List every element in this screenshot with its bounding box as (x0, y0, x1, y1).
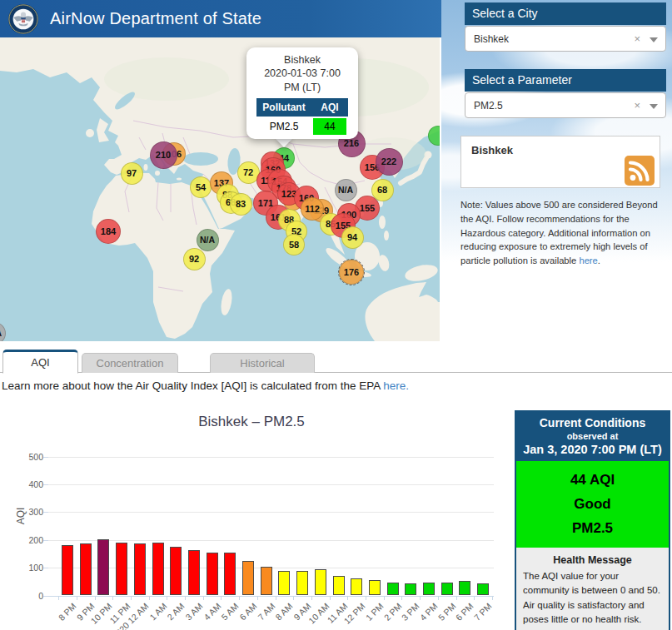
world-aqi-map[interactable]: 97106210184N/A92541378868837244132160115… (0, 37, 440, 341)
aqi-bar[interactable] (170, 547, 182, 595)
city-clear-icon[interactable]: × (634, 32, 640, 45)
aqi-bar[interactable] (80, 543, 92, 595)
x-axis-tick (366, 596, 366, 600)
aqi-bar[interactable] (423, 583, 435, 596)
map-marker[interactable]: 176 (339, 260, 364, 285)
y-axis-tick-label: 0 (15, 591, 43, 601)
x-axis-tick (95, 596, 96, 600)
aqi-bar[interactable] (62, 545, 73, 595)
y-axis-tick-label: 500 (15, 452, 43, 462)
aqi-bar[interactable] (207, 553, 218, 595)
x-axis-tick (257, 596, 258, 600)
current-conditions-header: Current Conditions observed at Jan 3, 20… (516, 412, 669, 461)
aqi-bar[interactable] (405, 583, 416, 595)
parameter-select[interactable]: PM2.5 × (465, 92, 666, 118)
note-text-body: Note: Values above 500 are considered Be… (460, 200, 658, 265)
marker-value: N/A (0, 328, 2, 338)
health-message-title: Health Message (523, 554, 662, 566)
popup-col-pollutant: Pollutant (256, 98, 311, 117)
aqi-bar[interactable] (116, 543, 127, 595)
x-axis-line (48, 596, 494, 597)
map-marker[interactable]: 97 (121, 162, 143, 185)
health-message-text: The AQI value for your community is betw… (523, 569, 662, 627)
x-axis-tick (492, 596, 493, 600)
aqi-bar[interactable] (188, 550, 200, 596)
current-conditions-panel: Current Conditions observed at Jan 3, 20… (515, 410, 670, 630)
learn-more-here-link[interactable]: here. (383, 379, 409, 392)
x-axis-tick (456, 596, 457, 600)
aqi-bar[interactable] (315, 569, 326, 595)
map-marker[interactable]: 58 (283, 234, 305, 255)
tab-aqi[interactable]: AQI (2, 350, 78, 374)
health-message-block: Health Message The AQI value for your co… (516, 548, 669, 630)
x-axis-tick (112, 596, 113, 600)
marker-value: 54 (196, 182, 206, 192)
rss-icon[interactable] (625, 156, 655, 186)
note-here-link[interactable]: here (579, 255, 597, 265)
aqi-bar[interactable] (97, 539, 109, 596)
select-city-header: Select a City (465, 2, 666, 25)
popup-title: Bishkek 2020-01-03 7:00 PM (LT) (246, 53, 358, 94)
aqi-bar[interactable] (477, 583, 489, 596)
x-axis-tick (203, 596, 204, 600)
x-axis-tick (474, 596, 475, 600)
aqi-bar[interactable] (242, 561, 254, 595)
x-axis-tick (330, 596, 331, 600)
y-axis-tick-label: 400 (15, 479, 43, 489)
x-axis-tick (58, 596, 59, 600)
marker-value: 176 (344, 267, 359, 277)
x-axis-tick (347, 596, 348, 600)
x-axis-tick (311, 596, 312, 600)
x-axis-tick (221, 596, 222, 600)
x-axis-tick (185, 596, 186, 600)
tab-historical[interactable]: Historical (210, 353, 315, 373)
chevron-down-icon[interactable] (650, 37, 658, 42)
aqi-bar[interactable] (224, 553, 236, 595)
aqi-bar[interactable] (369, 580, 381, 595)
map-marker[interactable]: 112 (301, 197, 324, 221)
y-axis-tick (43, 457, 48, 458)
chart-title: Bishkek – PM2.5 (0, 414, 503, 430)
x-axis-tick (77, 596, 77, 600)
aqi-bar[interactable] (296, 571, 308, 595)
map-marker[interactable]: N/A (197, 229, 219, 251)
rss-city-label: Bishkek (471, 144, 513, 156)
parameter-select-value: PM2.5 (474, 100, 503, 112)
learn-more-text: Learn more about how the Air Quality Ind… (2, 379, 409, 392)
city-select[interactable]: Bishkek × (465, 26, 666, 52)
map-marker[interactable]: 92 (183, 248, 206, 270)
map-marker[interactable]: 222 (376, 148, 403, 176)
map-marker[interactable]: 94 (341, 226, 364, 249)
note-text: Note: Values above 500 are considered Be… (460, 198, 672, 268)
map-marker[interactable]: 210 (150, 141, 177, 169)
aqi-bar[interactable] (261, 567, 272, 595)
aqi-bar[interactable] (152, 543, 164, 595)
y-axis-tick (43, 540, 48, 541)
aqi-bar[interactable] (134, 543, 146, 595)
y-axis-tick-label: 200 (15, 535, 43, 545)
parameter-clear-icon[interactable]: × (634, 99, 640, 112)
aqi-bar[interactable] (351, 578, 362, 596)
map-marker[interactable]: 54 (190, 176, 212, 198)
aqi-bar[interactable] (387, 583, 399, 595)
map-marker[interactable]: N/A (335, 179, 357, 201)
x-axis-tick (276, 596, 276, 600)
aqi-bar[interactable] (333, 576, 345, 596)
aqi-bar[interactable] (278, 571, 290, 595)
note-text-period: . (598, 255, 600, 265)
marker-value: 58 (289, 240, 299, 250)
gridline (48, 512, 494, 513)
x-axis-tick (293, 596, 294, 600)
marker-value: 83 (236, 199, 246, 209)
map-marker[interactable]: 184 (96, 219, 121, 244)
app-header: AirNow Department of State (0, 0, 441, 37)
gridline (48, 540, 494, 541)
chevron-down-icon[interactable] (650, 104, 658, 109)
aqi-summary-block: 44 AQI Good PM2.5 (516, 461, 669, 548)
aqi-bar[interactable] (459, 581, 470, 595)
tab-concentration[interactable]: Concentration (82, 353, 178, 373)
aqi-bar[interactable] (441, 583, 453, 596)
page-title: AirNow Department of State (50, 9, 261, 28)
department-of-state-seal-icon (7, 3, 39, 35)
map-marker[interactable]: 83 (230, 193, 252, 216)
